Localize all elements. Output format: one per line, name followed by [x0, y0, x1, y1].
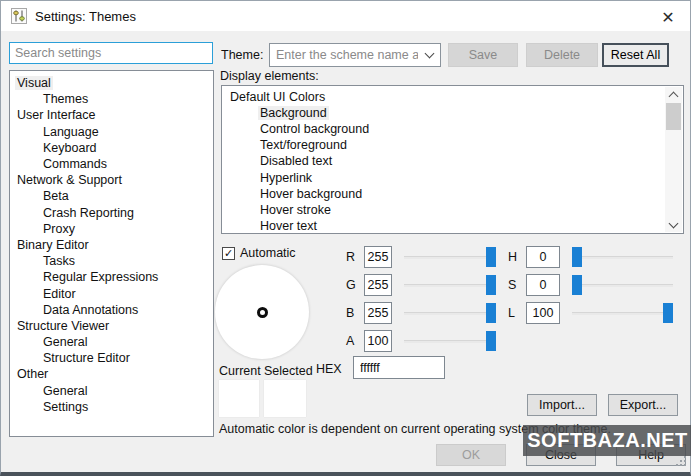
tree-item-label: Commands: [41, 157, 109, 171]
slider-thumb[interactable]: [663, 303, 673, 323]
display-elements-label: Display elements:: [220, 69, 319, 83]
slider-track: [404, 312, 496, 315]
tree-item-crash-reporting[interactable]: Crash Reporting: [10, 205, 213, 221]
tree-item-proxy[interactable]: Proxy: [10, 221, 213, 237]
scroll-up-icon[interactable]: [665, 87, 682, 102]
tree-item-label: Regular Expressions: [41, 270, 160, 284]
tree-item-network-support[interactable]: Network & Support: [10, 172, 213, 188]
tree-item-other[interactable]: Other: [10, 366, 213, 382]
theme-scheme-combobox[interactable]: Enter the scheme name and pr: [269, 43, 441, 67]
hsl-slider-row-s: S: [508, 274, 673, 296]
delete-button[interactable]: Delete: [526, 43, 598, 67]
slider-thumb[interactable]: [486, 275, 496, 295]
display-element-hyperlink[interactable]: Hyperlink: [222, 169, 683, 185]
channel-slider-b[interactable]: [404, 302, 496, 324]
tree-item-language[interactable]: Language: [10, 124, 213, 140]
channel-input-s[interactable]: [526, 274, 560, 296]
tree-item-label: Settings: [41, 400, 90, 414]
theme-scheme-placeholder: Enter the scheme name and pr: [270, 48, 418, 62]
display-element-hover-background[interactable]: Hover background: [222, 186, 683, 202]
slider-thumb[interactable]: [572, 247, 582, 267]
display-element-background[interactable]: Background: [222, 105, 683, 121]
tree-item-label: Themes: [41, 92, 90, 106]
tree-item-label: Data Annotations: [41, 303, 140, 317]
import-button[interactable]: Import...: [527, 394, 597, 416]
tree-item-label: Language: [41, 125, 101, 139]
hex-input[interactable]: [353, 356, 445, 379]
tree-item-regular-expressions[interactable]: Regular Expressions: [10, 269, 213, 285]
slider-thumb[interactable]: [486, 331, 496, 351]
display-element-control-background[interactable]: Control background: [222, 121, 683, 137]
automatic-label: Automatic: [240, 246, 296, 260]
color-wheel[interactable]: [215, 265, 309, 359]
channel-label-h: H: [508, 250, 518, 264]
close-icon[interactable]: ✕: [655, 5, 681, 29]
current-color-label: Current: [219, 364, 261, 378]
tree-item-settings[interactable]: Settings: [10, 399, 213, 415]
channel-slider-l[interactable]: [572, 302, 673, 324]
display-element-label: Hover text: [258, 219, 319, 233]
slider-track: [404, 284, 496, 287]
rgba-slider-row-g: G: [346, 274, 496, 296]
resize-grip[interactable]: [676, 456, 686, 466]
search-input[interactable]: [9, 42, 213, 64]
channel-slider-h[interactable]: [572, 246, 673, 268]
tree-item-general[interactable]: General: [10, 334, 213, 350]
scroll-down-icon[interactable]: [665, 217, 682, 232]
display-elements-list: Default UI ColorsBackgroundControl backg…: [221, 85, 684, 234]
channel-slider-r[interactable]: [404, 246, 496, 268]
tree-item-structure-editor[interactable]: Structure Editor: [10, 350, 213, 366]
tree-item-data-annotations[interactable]: Data Annotations: [10, 302, 213, 318]
tree-item-structure-viewer[interactable]: Structure Viewer: [10, 318, 213, 334]
slider-thumb[interactable]: [572, 275, 582, 295]
channel-label-a: A: [346, 334, 356, 348]
tree-item-beta[interactable]: Beta: [10, 188, 213, 204]
tree-item-user-interface[interactable]: User Interface: [10, 107, 213, 123]
tree-item-binary-editor[interactable]: Binary Editor: [10, 237, 213, 253]
display-element-disabled-text[interactable]: Disabled text: [222, 153, 683, 169]
tree-item-general[interactable]: General: [10, 383, 213, 399]
tree-item-visual[interactable]: Visual: [10, 75, 213, 91]
channel-input-g[interactable]: [364, 274, 392, 296]
scrollbar[interactable]: [665, 87, 682, 232]
display-element-label: Background: [258, 106, 329, 120]
tree-item-commands[interactable]: Commands: [10, 156, 213, 172]
export-button[interactable]: Export...: [608, 394, 678, 416]
channel-input-b[interactable]: [364, 302, 392, 324]
tree-item-keyboard[interactable]: Keyboard: [10, 140, 213, 156]
tree-item-tasks[interactable]: Tasks: [10, 253, 213, 269]
scrollbar-thumb[interactable]: [666, 103, 681, 130]
theme-label: Theme:: [221, 48, 263, 62]
channel-slider-s[interactable]: [572, 274, 673, 296]
channel-label-g: G: [346, 278, 356, 292]
tree-item-themes[interactable]: Themes: [10, 91, 213, 107]
slider-track: [572, 256, 673, 259]
ok-button[interactable]: OK: [436, 444, 506, 466]
slider-track: [404, 256, 496, 259]
channel-input-a[interactable]: [364, 330, 392, 352]
tree-item-label: Binary Editor: [15, 238, 91, 252]
slider-track: [572, 312, 673, 315]
tree-item-label: Beta: [41, 189, 71, 203]
display-element-hover-text[interactable]: Hover text: [222, 218, 683, 234]
slider-track: [404, 340, 496, 343]
hex-label: HEX: [316, 362, 342, 376]
tree-item-editor[interactable]: Editor: [10, 285, 213, 301]
hsl-slider-row-h: H: [508, 246, 673, 268]
slider-thumb[interactable]: [486, 247, 496, 267]
display-element-label: Default UI Colors: [228, 90, 327, 104]
save-button[interactable]: Save: [448, 43, 518, 67]
reset-all-button[interactable]: Reset All: [602, 43, 669, 67]
channel-slider-a[interactable]: [404, 330, 496, 352]
display-element-default-ui-colors[interactable]: Default UI Colors: [222, 89, 683, 105]
channel-slider-g[interactable]: [404, 274, 496, 296]
channel-input-l[interactable]: [526, 302, 560, 324]
chevron-down-icon[interactable]: [418, 53, 440, 57]
slider-thumb[interactable]: [486, 303, 496, 323]
channel-label-b: B: [346, 306, 356, 320]
display-element-hover-stroke[interactable]: Hover stroke: [222, 202, 683, 218]
automatic-checkbox[interactable]: ✓: [222, 247, 235, 260]
display-element-text-foreground[interactable]: Text/foreground: [222, 137, 683, 153]
channel-input-h[interactable]: [526, 246, 560, 268]
channel-input-r[interactable]: [364, 246, 392, 268]
